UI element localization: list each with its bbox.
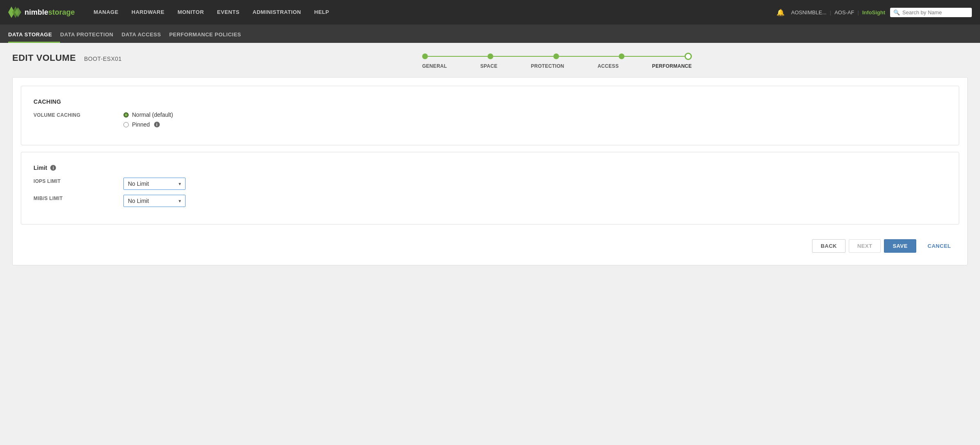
step-label-access: ACCESS: [597, 63, 619, 69]
step-dot-protection: [553, 53, 559, 59]
limit-info-icon[interactable]: i: [50, 165, 56, 171]
iops-limit-label: IOPS LIMIT: [34, 178, 123, 184]
mibs-limit-select[interactable]: No Limit 100 500 1000 2000: [124, 195, 185, 207]
caching-pinned-option[interactable]: Pinned i: [123, 121, 173, 128]
limit-header: Limit i: [34, 165, 946, 171]
step-dot-access: [619, 53, 624, 59]
subnav-data-access[interactable]: DATA ACCESS: [121, 31, 169, 43]
step-connector-3: [559, 56, 619, 57]
wizard-steps: GENERAL SPACE PROTECTION ACCESS PERFORMA…: [146, 53, 968, 69]
save-button[interactable]: SAVE: [884, 239, 916, 253]
action-bar: BACK NEXT SAVE CANCEL: [21, 231, 959, 257]
logo[interactable]: nimblestorage: [8, 7, 75, 18]
caching-pinned-radio[interactable]: [123, 122, 129, 127]
step-label-performance: PERFORMANCE: [652, 63, 692, 69]
back-button[interactable]: BACK: [812, 239, 846, 253]
search-input[interactable]: [902, 9, 969, 16]
caching-controls: Normal (default) Pinned i: [123, 111, 173, 128]
logo-text-nimble: nimble: [25, 8, 48, 17]
caching-normal-label: Normal (default): [132, 111, 173, 118]
nav-manage[interactable]: MANAGE: [87, 0, 125, 24]
limit-panel: Limit i IOPS LIMIT No Limit 100 500 1000…: [21, 152, 959, 225]
page-title: EDIT VOLUME BOOT-ESX01: [12, 53, 122, 63]
page-title-prefix: EDIT VOLUME: [12, 53, 76, 63]
caching-normal-radio[interactable]: [123, 112, 129, 118]
username-label: AOSNIMBLE...: [791, 9, 827, 16]
subnav-data-protection[interactable]: DATA PROTECTION: [60, 31, 121, 43]
nav-right: AOSNIMBLE... | AOS-AF | InfoSight 🔍: [791, 8, 972, 17]
nav-links: MANAGE HARDWARE MONITOR EVENTS ADMINISTR…: [87, 0, 776, 24]
mibs-limit-label: MIB/S LIMIT: [34, 195, 123, 201]
nav-help[interactable]: HELP: [308, 0, 336, 24]
nav-hardware[interactable]: HARDWARE: [125, 0, 171, 24]
page-title-section: EDIT VOLUME BOOT-ESX01: [12, 53, 122, 63]
step-dot-space: [488, 53, 493, 59]
step-label-general: GENERAL: [422, 63, 447, 69]
mibs-select-wrapper: No Limit 100 500 1000 2000: [123, 195, 186, 207]
iops-limit-select[interactable]: No Limit 100 500 1000 2000 5000: [124, 178, 185, 189]
step-connector-2: [493, 56, 553, 57]
step-label-space: SPACE: [480, 63, 497, 69]
search-icon: 🔍: [893, 9, 900, 16]
main-content: EDIT VOLUME BOOT-ESX01 GENERAL SPACE: [0, 43, 980, 445]
subnav-data-storage[interactable]: DATA STORAGE: [8, 31, 60, 43]
page-title-volume-name: BOOT-ESX01: [84, 56, 122, 62]
cancel-button[interactable]: CANCEL: [920, 239, 959, 253]
notification-bell-icon[interactable]: 🔔: [776, 9, 785, 16]
nav-monitor[interactable]: MONITOR: [171, 0, 210, 24]
steps-progress-line: [422, 53, 692, 60]
page-header: EDIT VOLUME BOOT-ESX01 GENERAL SPACE: [12, 53, 968, 69]
subnav-performance-policies[interactable]: PERFORMANCE POLICIES: [169, 31, 249, 43]
separator-2: |: [857, 9, 859, 16]
step-connector-4: [624, 56, 685, 57]
caching-panel: CACHING VOLUME CACHING Normal (default) …: [21, 86, 959, 145]
nav-administration[interactable]: ADMINISTRATION: [246, 0, 308, 24]
infosight-link[interactable]: InfoSight: [862, 9, 885, 16]
step-connector-1: [428, 56, 488, 57]
mibs-limit-row: MIB/S LIMIT No Limit 100 500 1000 2000: [34, 195, 946, 207]
pinned-info-icon[interactable]: i: [154, 122, 160, 127]
nimble-logo-icon: [8, 7, 21, 18]
iops-limit-row: IOPS LIMIT No Limit 100 500 1000 2000 50…: [34, 178, 946, 190]
caching-pinned-label: Pinned: [132, 121, 150, 128]
volume-caching-label: VOLUME CACHING: [34, 111, 123, 118]
logo-text-storage: storage: [48, 8, 75, 17]
system-label: AOS-AF: [835, 9, 854, 16]
step-dot-general: [422, 53, 428, 59]
caching-normal-option[interactable]: Normal (default): [123, 111, 173, 118]
sub-navigation: DATA STORAGE DATA PROTECTION DATA ACCESS…: [0, 24, 980, 43]
step-dot-performance: [685, 53, 692, 60]
form-outer-panel: CACHING VOLUME CACHING Normal (default) …: [12, 77, 968, 265]
top-navigation: nimblestorage MANAGE HARDWARE MONITOR EV…: [0, 0, 980, 24]
separator-1: |: [830, 9, 831, 16]
user-info: AOSNIMBLE... | AOS-AF | InfoSight: [791, 9, 885, 16]
step-label-protection: PROTECTION: [531, 63, 564, 69]
next-button[interactable]: NEXT: [849, 239, 881, 253]
volume-caching-row: VOLUME CACHING Normal (default) Pinned i: [34, 111, 946, 128]
search-box[interactable]: 🔍: [890, 8, 972, 17]
steps-labels: GENERAL SPACE PROTECTION ACCESS PERFORMA…: [422, 63, 692, 69]
limit-title: Limit: [34, 165, 47, 171]
iops-select-wrapper: No Limit 100 500 1000 2000 5000: [123, 178, 186, 190]
nav-events[interactable]: EVENTS: [210, 0, 246, 24]
caching-section-title: CACHING: [34, 98, 946, 105]
